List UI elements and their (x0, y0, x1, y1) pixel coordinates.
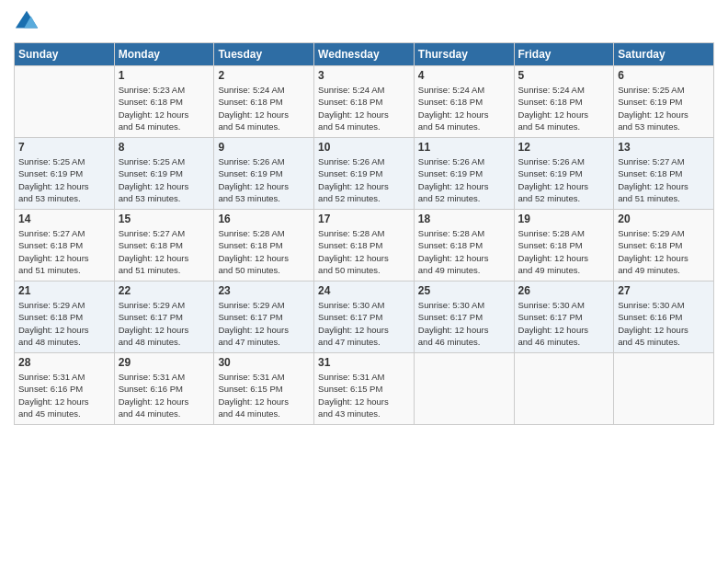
cell-content: Sunrise: 5:28 AM Sunset: 6:18 PM Dayligh… (418, 227, 510, 276)
cell-content: Sunrise: 5:28 AM Sunset: 6:18 PM Dayligh… (318, 227, 410, 276)
calendar-cell: 11Sunrise: 5:26 AM Sunset: 6:19 PM Dayli… (414, 138, 514, 210)
calendar-cell: 29Sunrise: 5:31 AM Sunset: 6:16 PM Dayli… (114, 353, 214, 425)
calendar-cell: 8Sunrise: 5:25 AM Sunset: 6:19 PM Daylig… (114, 138, 214, 210)
header (14, 9, 714, 35)
cell-content: Sunrise: 5:31 AM Sunset: 6:15 PM Dayligh… (218, 371, 310, 419)
calendar-cell: 24Sunrise: 5:30 AM Sunset: 6:17 PM Dayli… (314, 282, 415, 353)
cell-content: Sunrise: 5:29 AM Sunset: 6:17 PM Dayligh… (218, 299, 310, 348)
calendar-cell: 10Sunrise: 5:26 AM Sunset: 6:19 PM Dayli… (314, 138, 415, 210)
calendar-cell: 27Sunrise: 5:30 AM Sunset: 6:16 PM Dayli… (614, 282, 714, 353)
cell-content: Sunrise: 5:25 AM Sunset: 6:19 PM Dayligh… (618, 84, 710, 132)
cell-content: Sunrise: 5:24 AM Sunset: 6:18 PM Dayligh… (218, 84, 310, 132)
col-header-friday: Friday (514, 43, 614, 66)
calendar-cell: 23Sunrise: 5:29 AM Sunset: 6:17 PM Dayli… (214, 282, 314, 353)
calendar-cell: 12Sunrise: 5:26 AM Sunset: 6:19 PM Dayli… (514, 138, 614, 210)
calendar-cell: 28Sunrise: 5:31 AM Sunset: 6:16 PM Dayli… (15, 353, 115, 425)
cell-content: Sunrise: 5:25 AM Sunset: 6:19 PM Dayligh… (119, 155, 210, 204)
calendar-week-row: 21Sunrise: 5:29 AM Sunset: 6:18 PM Dayli… (15, 282, 714, 353)
cell-content: Sunrise: 5:27 AM Sunset: 6:18 PM Dayligh… (119, 227, 210, 276)
col-header-sunday: Sunday (15, 43, 115, 66)
day-number: 9 (218, 141, 310, 154)
cell-content: Sunrise: 5:26 AM Sunset: 6:19 PM Dayligh… (218, 155, 310, 204)
calendar-cell: 5Sunrise: 5:24 AM Sunset: 6:18 PM Daylig… (514, 66, 614, 138)
cell-content: Sunrise: 5:30 AM Sunset: 6:16 PM Dayligh… (618, 299, 710, 348)
calendar-cell: 6Sunrise: 5:25 AM Sunset: 6:19 PM Daylig… (614, 66, 714, 138)
day-number: 30 (218, 356, 310, 369)
day-number: 27 (618, 284, 710, 297)
calendar-cell: 15Sunrise: 5:27 AM Sunset: 6:18 PM Dayli… (114, 210, 214, 282)
calendar-cell: 30Sunrise: 5:31 AM Sunset: 6:15 PM Dayli… (214, 353, 314, 425)
cell-content: Sunrise: 5:28 AM Sunset: 6:18 PM Dayligh… (218, 227, 310, 276)
col-header-wednesday: Wednesday (314, 43, 415, 66)
day-number: 14 (18, 213, 110, 225)
cell-content: Sunrise: 5:30 AM Sunset: 6:17 PM Dayligh… (318, 299, 410, 348)
cell-content: Sunrise: 5:26 AM Sunset: 6:19 PM Dayligh… (418, 155, 510, 204)
calendar-week-row: 1Sunrise: 5:23 AM Sunset: 6:18 PM Daylig… (15, 66, 714, 138)
calendar-week-row: 7Sunrise: 5:25 AM Sunset: 6:19 PM Daylig… (15, 138, 714, 210)
calendar-cell: 18Sunrise: 5:28 AM Sunset: 6:18 PM Dayli… (414, 210, 514, 282)
calendar-cell: 25Sunrise: 5:30 AM Sunset: 6:17 PM Dayli… (414, 282, 514, 353)
calendar-cell (414, 353, 514, 425)
calendar-header-row: SundayMondayTuesdayWednesdayThursdayFrid… (15, 43, 714, 66)
day-number: 6 (618, 69, 710, 82)
calendar-week-row: 28Sunrise: 5:31 AM Sunset: 6:16 PM Dayli… (15, 353, 714, 425)
calendar-cell: 22Sunrise: 5:29 AM Sunset: 6:17 PM Dayli… (114, 282, 214, 353)
calendar-cell: 1Sunrise: 5:23 AM Sunset: 6:18 PM Daylig… (114, 66, 214, 138)
calendar-cell: 4Sunrise: 5:24 AM Sunset: 6:18 PM Daylig… (414, 66, 514, 138)
calendar-cell: 21Sunrise: 5:29 AM Sunset: 6:18 PM Dayli… (15, 282, 115, 353)
day-number: 3 (318, 69, 410, 82)
col-header-thursday: Thursday (414, 43, 514, 66)
calendar-cell: 14Sunrise: 5:27 AM Sunset: 6:18 PM Dayli… (15, 210, 115, 282)
day-number: 18 (418, 213, 510, 225)
logo (14, 9, 43, 35)
calendar-cell: 7Sunrise: 5:25 AM Sunset: 6:19 PM Daylig… (15, 138, 115, 210)
day-number: 15 (119, 213, 210, 225)
calendar-cell: 17Sunrise: 5:28 AM Sunset: 6:18 PM Dayli… (314, 210, 415, 282)
day-number: 7 (18, 141, 110, 154)
day-number: 26 (518, 284, 610, 297)
calendar-cell: 19Sunrise: 5:28 AM Sunset: 6:18 PM Dayli… (514, 210, 614, 282)
cell-content: Sunrise: 5:25 AM Sunset: 6:19 PM Dayligh… (18, 155, 110, 204)
day-number: 16 (218, 213, 310, 225)
day-number: 13 (618, 141, 710, 154)
cell-content: Sunrise: 5:24 AM Sunset: 6:18 PM Dayligh… (518, 84, 610, 132)
page: SundayMondayTuesdayWednesdayThursdayFrid… (0, 0, 728, 563)
day-number: 23 (218, 284, 310, 297)
day-number: 28 (18, 356, 110, 369)
calendar-cell: 16Sunrise: 5:28 AM Sunset: 6:18 PM Dayli… (214, 210, 314, 282)
day-number: 29 (119, 356, 210, 369)
cell-content: Sunrise: 5:31 AM Sunset: 6:16 PM Dayligh… (119, 371, 210, 419)
day-number: 24 (318, 284, 410, 297)
day-number: 19 (518, 213, 610, 225)
calendar-cell: 13Sunrise: 5:27 AM Sunset: 6:18 PM Dayli… (614, 138, 714, 210)
col-header-monday: Monday (114, 43, 214, 66)
cell-content: Sunrise: 5:29 AM Sunset: 6:18 PM Dayligh… (618, 227, 710, 276)
col-header-saturday: Saturday (614, 43, 714, 66)
day-number: 25 (418, 284, 510, 297)
day-number: 2 (218, 69, 310, 82)
calendar-cell: 26Sunrise: 5:30 AM Sunset: 6:17 PM Dayli… (514, 282, 614, 353)
calendar-cell: 9Sunrise: 5:26 AM Sunset: 6:19 PM Daylig… (214, 138, 314, 210)
cell-content: Sunrise: 5:29 AM Sunset: 6:18 PM Dayligh… (18, 299, 110, 348)
calendar-cell (514, 353, 614, 425)
cell-content: Sunrise: 5:26 AM Sunset: 6:19 PM Dayligh… (318, 155, 410, 204)
calendar-cell (15, 66, 115, 138)
calendar-cell: 31Sunrise: 5:31 AM Sunset: 6:15 PM Dayli… (314, 353, 415, 425)
day-number: 5 (518, 69, 610, 82)
cell-content: Sunrise: 5:31 AM Sunset: 6:16 PM Dayligh… (18, 371, 110, 419)
day-number: 4 (418, 69, 510, 82)
cell-content: Sunrise: 5:26 AM Sunset: 6:19 PM Dayligh… (518, 155, 610, 204)
day-number: 20 (618, 213, 710, 225)
calendar-cell: 3Sunrise: 5:24 AM Sunset: 6:18 PM Daylig… (314, 66, 415, 138)
logo-icon (14, 9, 40, 35)
cell-content: Sunrise: 5:29 AM Sunset: 6:17 PM Dayligh… (119, 299, 210, 348)
cell-content: Sunrise: 5:30 AM Sunset: 6:17 PM Dayligh… (518, 299, 610, 348)
day-number: 22 (119, 284, 210, 297)
calendar-cell (614, 353, 714, 425)
day-number: 17 (318, 213, 410, 225)
cell-content: Sunrise: 5:24 AM Sunset: 6:18 PM Dayligh… (318, 84, 410, 132)
cell-content: Sunrise: 5:28 AM Sunset: 6:18 PM Dayligh… (518, 227, 610, 276)
calendar-cell: 20Sunrise: 5:29 AM Sunset: 6:18 PM Dayli… (614, 210, 714, 282)
day-number: 31 (318, 356, 410, 369)
day-number: 21 (18, 284, 110, 297)
